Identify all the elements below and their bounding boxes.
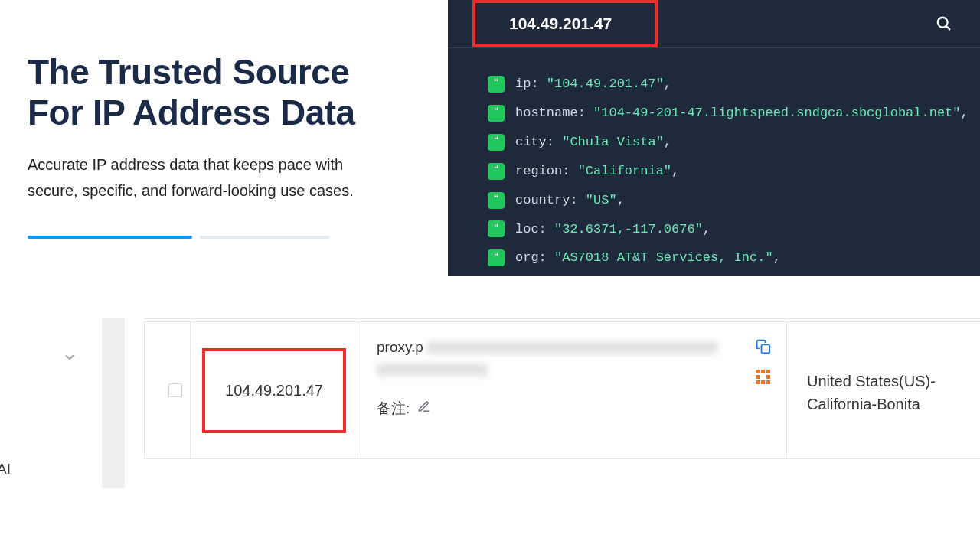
ip-json-output: ❝ip: "104.49.201.47",❝hostname: "104-49-… <box>448 48 980 272</box>
proxy-prefix: proxy.p <box>377 339 423 356</box>
note-label: 备注: <box>377 399 410 419</box>
svg-rect-2 <box>762 345 770 354</box>
json-row: ❝country: "US", <box>488 186 980 215</box>
hero-title: The Trusted Source For IP Address Data <box>28 52 417 133</box>
json-row: ❝org: "AS7018 AT&T Services, Inc.", <box>488 243 980 272</box>
search-ip-value: 104.49.201.47 <box>509 15 612 33</box>
ip-lookup-panel: 104.49.201.47 ❝ip: "104.49.201.47",❝host… <box>448 0 980 276</box>
copy-icon[interactable] <box>756 339 771 357</box>
quote-icon: ❝ <box>488 76 505 93</box>
qr-icon[interactable] <box>756 370 771 385</box>
svg-line-1 <box>946 26 950 30</box>
tab-indicator-active[interactable] <box>28 236 192 239</box>
quote-icon: ❝ <box>488 163 505 180</box>
edit-icon[interactable] <box>417 400 430 417</box>
redacted-text <box>377 364 488 376</box>
proxy-string: proxy.p <box>377 339 771 356</box>
chevron-down-icon[interactable] <box>63 350 77 367</box>
quote-icon: ❝ <box>488 249 505 266</box>
row-ip-highlight[interactable]: 104.49.201.47 <box>202 348 346 433</box>
redacted-text <box>426 341 717 354</box>
row-ip-value: 104.49.201.47 <box>225 382 323 399</box>
hero-title-line2: For IP Address Data <box>28 93 355 132</box>
row-checkbox[interactable] <box>168 383 182 397</box>
hero-subtitle: Accurate IP address data that keeps pace… <box>28 152 364 204</box>
quote-icon: ❝ <box>488 105 505 122</box>
hero-title-line1: The Trusted Source <box>28 52 349 92</box>
quote-icon: ❝ <box>488 192 505 209</box>
search-ip-highlight[interactable]: 104.49.201.47 <box>472 0 658 47</box>
json-row: ❝region: "California", <box>488 157 980 186</box>
ai-fragment-text: AI <box>0 461 11 478</box>
quote-icon: ❝ <box>488 134 505 151</box>
row-location: United States(US)-California-Bonita <box>787 322 980 458</box>
tab-indicator-inactive[interactable] <box>200 236 330 239</box>
quote-icon: ❝ <box>488 220 505 237</box>
left-gutter <box>102 318 125 488</box>
json-row: ❝ip: "104.49.201.47", <box>488 70 980 99</box>
json-row: ❝loc: "32.6371,-117.0676", <box>488 215 980 244</box>
json-row: ❝hostname: "104-49-201-47.lightspeed.snd… <box>488 99 980 128</box>
search-icon[interactable] <box>936 15 952 32</box>
proxy-table-row: 104.49.201.47 proxy.p 备注: <box>144 321 980 459</box>
json-row: ❝city: "Chula Vista", <box>488 128 980 157</box>
